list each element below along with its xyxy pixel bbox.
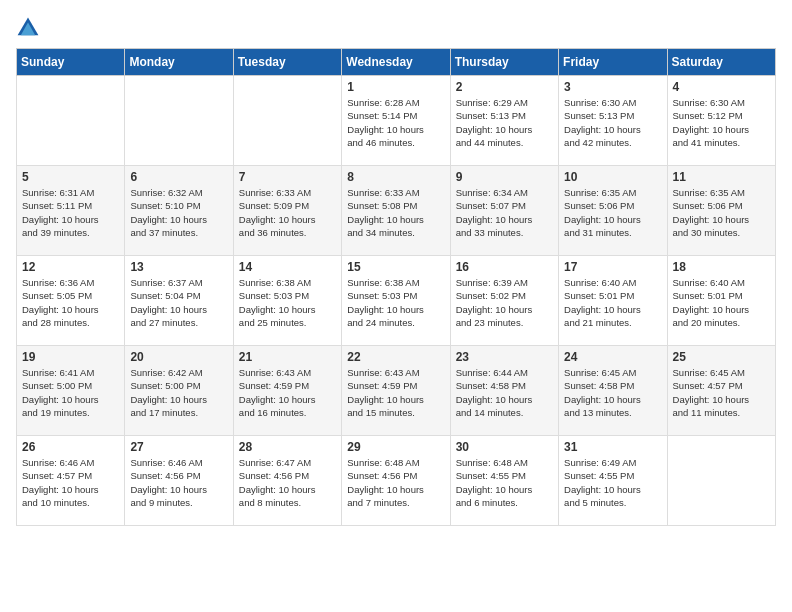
- day-info: Sunrise: 6:49 AM Sunset: 4:55 PM Dayligh…: [564, 456, 661, 509]
- calendar-cell: 21Sunrise: 6:43 AM Sunset: 4:59 PM Dayli…: [233, 346, 341, 436]
- calendar-cell: 13Sunrise: 6:37 AM Sunset: 5:04 PM Dayli…: [125, 256, 233, 346]
- calendar-cell: [125, 76, 233, 166]
- day-number: 30: [456, 440, 553, 454]
- day-info: Sunrise: 6:44 AM Sunset: 4:58 PM Dayligh…: [456, 366, 553, 419]
- day-number: 19: [22, 350, 119, 364]
- day-number: 1: [347, 80, 444, 94]
- day-info: Sunrise: 6:47 AM Sunset: 4:56 PM Dayligh…: [239, 456, 336, 509]
- day-number: 9: [456, 170, 553, 184]
- calendar-cell: 19Sunrise: 6:41 AM Sunset: 5:00 PM Dayli…: [17, 346, 125, 436]
- day-info: Sunrise: 6:37 AM Sunset: 5:04 PM Dayligh…: [130, 276, 227, 329]
- page-header: [16, 16, 776, 40]
- calendar-cell: 1Sunrise: 6:28 AM Sunset: 5:14 PM Daylig…: [342, 76, 450, 166]
- calendar-cell: 8Sunrise: 6:33 AM Sunset: 5:08 PM Daylig…: [342, 166, 450, 256]
- day-number: 22: [347, 350, 444, 364]
- day-number: 26: [22, 440, 119, 454]
- calendar-week-3: 12Sunrise: 6:36 AM Sunset: 5:05 PM Dayli…: [17, 256, 776, 346]
- calendar-week-4: 19Sunrise: 6:41 AM Sunset: 5:00 PM Dayli…: [17, 346, 776, 436]
- calendar-cell: 26Sunrise: 6:46 AM Sunset: 4:57 PM Dayli…: [17, 436, 125, 526]
- day-number: 3: [564, 80, 661, 94]
- day-info: Sunrise: 6:30 AM Sunset: 5:12 PM Dayligh…: [673, 96, 770, 149]
- day-number: 5: [22, 170, 119, 184]
- calendar-cell: 28Sunrise: 6:47 AM Sunset: 4:56 PM Dayli…: [233, 436, 341, 526]
- day-info: Sunrise: 6:48 AM Sunset: 4:55 PM Dayligh…: [456, 456, 553, 509]
- calendar-cell: [17, 76, 125, 166]
- day-number: 25: [673, 350, 770, 364]
- day-info: Sunrise: 6:28 AM Sunset: 5:14 PM Dayligh…: [347, 96, 444, 149]
- day-info: Sunrise: 6:41 AM Sunset: 5:00 PM Dayligh…: [22, 366, 119, 419]
- calendar-cell: 29Sunrise: 6:48 AM Sunset: 4:56 PM Dayli…: [342, 436, 450, 526]
- day-info: Sunrise: 6:45 AM Sunset: 4:57 PM Dayligh…: [673, 366, 770, 419]
- logo: [16, 16, 44, 40]
- day-number: 6: [130, 170, 227, 184]
- day-number: 14: [239, 260, 336, 274]
- day-info: Sunrise: 6:34 AM Sunset: 5:07 PM Dayligh…: [456, 186, 553, 239]
- day-info: Sunrise: 6:40 AM Sunset: 5:01 PM Dayligh…: [673, 276, 770, 329]
- day-info: Sunrise: 6:40 AM Sunset: 5:01 PM Dayligh…: [564, 276, 661, 329]
- logo-icon: [16, 16, 40, 40]
- calendar-cell: 17Sunrise: 6:40 AM Sunset: 5:01 PM Dayli…: [559, 256, 667, 346]
- calendar-cell: 22Sunrise: 6:43 AM Sunset: 4:59 PM Dayli…: [342, 346, 450, 436]
- calendar-cell: 16Sunrise: 6:39 AM Sunset: 5:02 PM Dayli…: [450, 256, 558, 346]
- day-number: 7: [239, 170, 336, 184]
- column-header-saturday: Saturday: [667, 49, 775, 76]
- day-number: 16: [456, 260, 553, 274]
- day-info: Sunrise: 6:29 AM Sunset: 5:13 PM Dayligh…: [456, 96, 553, 149]
- day-number: 28: [239, 440, 336, 454]
- day-info: Sunrise: 6:45 AM Sunset: 4:58 PM Dayligh…: [564, 366, 661, 419]
- calendar-cell: 31Sunrise: 6:49 AM Sunset: 4:55 PM Dayli…: [559, 436, 667, 526]
- column-header-wednesday: Wednesday: [342, 49, 450, 76]
- column-header-monday: Monday: [125, 49, 233, 76]
- day-number: 11: [673, 170, 770, 184]
- calendar-cell: 6Sunrise: 6:32 AM Sunset: 5:10 PM Daylig…: [125, 166, 233, 256]
- calendar-week-5: 26Sunrise: 6:46 AM Sunset: 4:57 PM Dayli…: [17, 436, 776, 526]
- calendar-cell: 5Sunrise: 6:31 AM Sunset: 5:11 PM Daylig…: [17, 166, 125, 256]
- column-header-friday: Friday: [559, 49, 667, 76]
- day-number: 27: [130, 440, 227, 454]
- day-number: 18: [673, 260, 770, 274]
- calendar-cell: 9Sunrise: 6:34 AM Sunset: 5:07 PM Daylig…: [450, 166, 558, 256]
- day-info: Sunrise: 6:46 AM Sunset: 4:57 PM Dayligh…: [22, 456, 119, 509]
- day-info: Sunrise: 6:43 AM Sunset: 4:59 PM Dayligh…: [347, 366, 444, 419]
- calendar-cell: 3Sunrise: 6:30 AM Sunset: 5:13 PM Daylig…: [559, 76, 667, 166]
- day-info: Sunrise: 6:35 AM Sunset: 5:06 PM Dayligh…: [564, 186, 661, 239]
- day-info: Sunrise: 6:38 AM Sunset: 5:03 PM Dayligh…: [347, 276, 444, 329]
- calendar-week-2: 5Sunrise: 6:31 AM Sunset: 5:11 PM Daylig…: [17, 166, 776, 256]
- day-number: 23: [456, 350, 553, 364]
- day-info: Sunrise: 6:46 AM Sunset: 4:56 PM Dayligh…: [130, 456, 227, 509]
- day-number: 29: [347, 440, 444, 454]
- day-info: Sunrise: 6:48 AM Sunset: 4:56 PM Dayligh…: [347, 456, 444, 509]
- calendar-cell: 30Sunrise: 6:48 AM Sunset: 4:55 PM Dayli…: [450, 436, 558, 526]
- day-info: Sunrise: 6:33 AM Sunset: 5:09 PM Dayligh…: [239, 186, 336, 239]
- day-info: Sunrise: 6:39 AM Sunset: 5:02 PM Dayligh…: [456, 276, 553, 329]
- calendar-cell: 4Sunrise: 6:30 AM Sunset: 5:12 PM Daylig…: [667, 76, 775, 166]
- calendar-cell: 10Sunrise: 6:35 AM Sunset: 5:06 PM Dayli…: [559, 166, 667, 256]
- day-number: 4: [673, 80, 770, 94]
- calendar-week-1: 1Sunrise: 6:28 AM Sunset: 5:14 PM Daylig…: [17, 76, 776, 166]
- column-header-sunday: Sunday: [17, 49, 125, 76]
- day-number: 20: [130, 350, 227, 364]
- calendar-cell: 12Sunrise: 6:36 AM Sunset: 5:05 PM Dayli…: [17, 256, 125, 346]
- calendar-cell: 25Sunrise: 6:45 AM Sunset: 4:57 PM Dayli…: [667, 346, 775, 436]
- calendar-table: SundayMondayTuesdayWednesdayThursdayFrid…: [16, 48, 776, 526]
- day-info: Sunrise: 6:31 AM Sunset: 5:11 PM Dayligh…: [22, 186, 119, 239]
- column-header-tuesday: Tuesday: [233, 49, 341, 76]
- calendar-cell: [667, 436, 775, 526]
- day-number: 2: [456, 80, 553, 94]
- day-info: Sunrise: 6:35 AM Sunset: 5:06 PM Dayligh…: [673, 186, 770, 239]
- day-number: 21: [239, 350, 336, 364]
- day-info: Sunrise: 6:43 AM Sunset: 4:59 PM Dayligh…: [239, 366, 336, 419]
- day-number: 15: [347, 260, 444, 274]
- day-number: 31: [564, 440, 661, 454]
- day-number: 13: [130, 260, 227, 274]
- column-header-thursday: Thursday: [450, 49, 558, 76]
- calendar-cell: 23Sunrise: 6:44 AM Sunset: 4:58 PM Dayli…: [450, 346, 558, 436]
- calendar-cell: 24Sunrise: 6:45 AM Sunset: 4:58 PM Dayli…: [559, 346, 667, 436]
- day-number: 12: [22, 260, 119, 274]
- calendar-cell: 15Sunrise: 6:38 AM Sunset: 5:03 PM Dayli…: [342, 256, 450, 346]
- calendar-header-row: SundayMondayTuesdayWednesdayThursdayFrid…: [17, 49, 776, 76]
- calendar-cell: [233, 76, 341, 166]
- day-info: Sunrise: 6:32 AM Sunset: 5:10 PM Dayligh…: [130, 186, 227, 239]
- calendar-cell: 27Sunrise: 6:46 AM Sunset: 4:56 PM Dayli…: [125, 436, 233, 526]
- day-info: Sunrise: 6:42 AM Sunset: 5:00 PM Dayligh…: [130, 366, 227, 419]
